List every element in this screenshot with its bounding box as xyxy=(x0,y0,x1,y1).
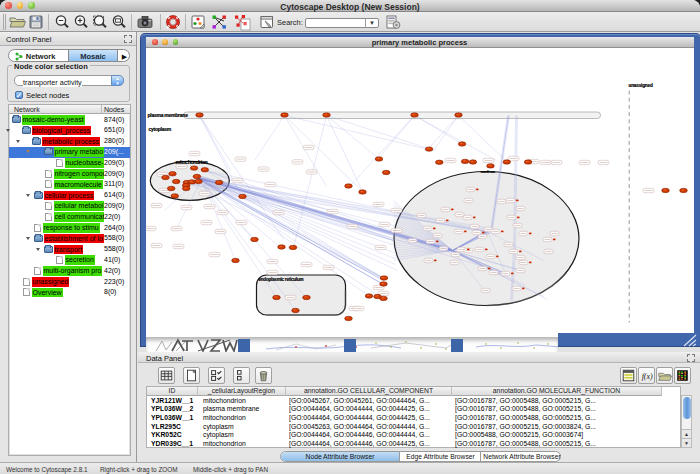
svg-text:cytoplasm: cytoplasm xyxy=(148,126,171,132)
svg-text:plasma membrane: plasma membrane xyxy=(147,112,188,118)
svg-text:nucleus: nucleus xyxy=(480,169,495,174)
svg-text:unassigned: unassigned xyxy=(628,83,652,88)
svg-text:mitochondrion: mitochondrion xyxy=(175,159,207,165)
svg-text:endoplasmic reticulum: endoplasmic reticulum xyxy=(258,277,303,282)
svg-text:f(x): f(x) xyxy=(642,372,653,381)
